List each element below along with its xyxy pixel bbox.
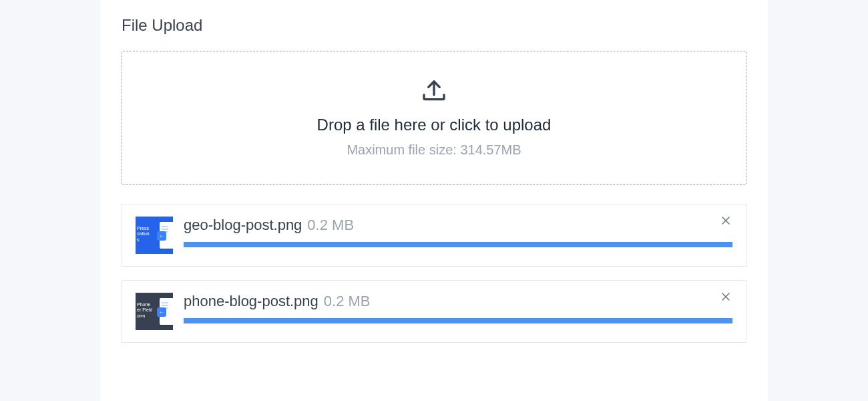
progress-fill xyxy=(184,242,732,247)
close-icon xyxy=(720,215,731,226)
file-thumbnail: Presscations xyxy=(136,217,173,254)
file-dropzone[interactable]: Drop a file here or click to upload Maxi… xyxy=(122,51,746,185)
file-item: Phoneer Fieldorm phone-blog-post.png 0.2… xyxy=(122,280,746,343)
thumbnail-caption: Phoneer Fieldorm xyxy=(137,302,152,319)
file-size: 0.2 MB xyxy=(324,293,371,310)
file-name: geo-blog-post.png xyxy=(184,217,302,234)
progress-fill xyxy=(184,318,732,323)
progress-bar xyxy=(184,318,732,323)
upload-icon xyxy=(421,78,447,105)
file-size: 0.2 MB xyxy=(307,217,354,234)
file-item: Presscations geo-blog-post.png 0.2 MB xyxy=(122,204,746,267)
remove-file-button[interactable] xyxy=(719,214,732,227)
file-details: geo-blog-post.png 0.2 MB xyxy=(184,217,732,247)
section-title: File Upload xyxy=(122,16,746,35)
file-thumbnail: Phoneer Fieldorm xyxy=(136,293,173,330)
progress-bar xyxy=(184,242,732,247)
close-icon xyxy=(720,291,731,302)
file-name: phone-blog-post.png xyxy=(184,293,318,310)
remove-file-button[interactable] xyxy=(719,290,732,303)
dropzone-hint-text: Maximum file size: 314.57MB xyxy=(136,142,732,158)
thumbnail-caption: Presscations xyxy=(137,226,150,243)
dropzone-primary-text: Drop a file here or click to upload xyxy=(136,116,732,134)
file-details: phone-blog-post.png 0.2 MB xyxy=(184,293,732,323)
